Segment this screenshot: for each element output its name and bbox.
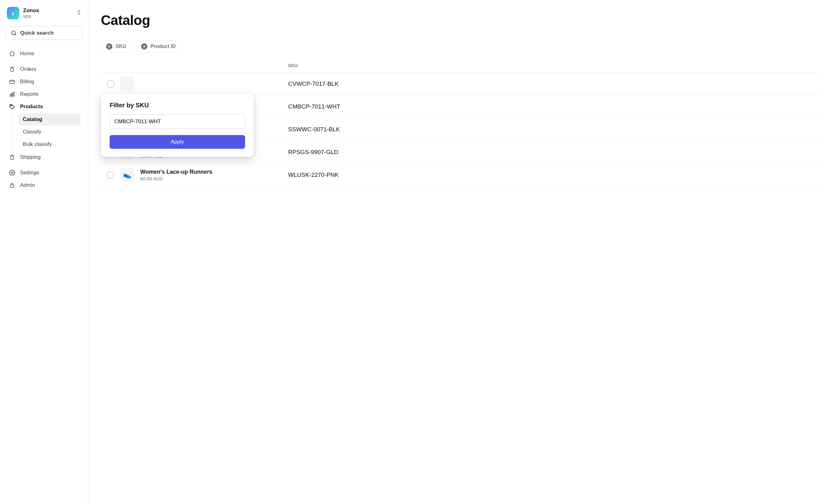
nav-shipping[interactable]: Shipping: [6, 151, 82, 163]
products-subnav: Catalog Classify Bulk classify: [12, 114, 82, 150]
quick-search[interactable]: Quick search: [6, 26, 82, 40]
plus-icon: +: [141, 44, 147, 50]
svg-rect-6: [13, 92, 14, 96]
org-name: Zonos: [23, 7, 73, 14]
table-row[interactable]: 👟 Women's Lace-up Runners 60.00 AUD WLUS…: [101, 164, 820, 187]
nav-settings-label: Settings: [20, 170, 39, 176]
lock-icon: [9, 182, 16, 189]
svg-rect-9: [10, 185, 14, 188]
page-title: Catalog: [101, 12, 820, 28]
org-logo: z: [7, 7, 19, 19]
plus-icon: +: [106, 44, 112, 50]
card-icon: [9, 78, 16, 85]
gear-icon: [9, 169, 16, 176]
product-sku: RPSGS-9907-GLD: [288, 149, 820, 156]
filter-chip-product-id[interactable]: + Product ID: [136, 40, 181, 52]
nav-products-label: Products: [20, 104, 43, 110]
nav-admin[interactable]: Admin: [6, 179, 82, 192]
filter-chip-sku-label: SKU: [115, 44, 126, 49]
org-text: Zonos 909: [23, 7, 73, 19]
apply-button[interactable]: Apply: [110, 135, 245, 149]
product-sku: CMBCP-7011-WHT: [288, 103, 820, 110]
svg-rect-2: [10, 80, 15, 84]
filter-chip-sku[interactable]: + SKU: [101, 40, 131, 52]
chevron-updown-icon: [77, 10, 81, 17]
filter-popover: Filter by SKU Apply: [101, 93, 254, 157]
bag-icon: [9, 66, 16, 73]
nav-billing[interactable]: Billing: [6, 76, 82, 88]
nav-billing-label: Billing: [20, 79, 34, 85]
nav-orders[interactable]: Orders: [6, 63, 82, 76]
product-thumb: 👟: [120, 168, 134, 182]
table-header: SKU: [101, 59, 820, 73]
svg-line-1: [15, 34, 16, 35]
svg-point-7: [10, 105, 11, 106]
table-row[interactable]: CVWCP-7017-BLK: [101, 73, 820, 95]
main: Catalog + SKU + Product ID Filter by SKU…: [88, 0, 832, 504]
product-sku: WLUSK-2270-PNK: [288, 171, 820, 178]
nav-home-label: Home: [20, 51, 34, 57]
nav-reports[interactable]: Reports: [6, 88, 82, 101]
popover-title: Filter by SKU: [110, 102, 245, 109]
product-thumb: [120, 77, 134, 91]
product-sku: SSWWC-0071-BLK: [288, 126, 820, 133]
nav-admin-label: Admin: [20, 182, 35, 188]
subnav-bulk-classify[interactable]: Bulk classify: [19, 138, 81, 150]
svg-rect-4: [10, 94, 11, 96]
home-icon: [9, 50, 16, 57]
org-id: 909: [23, 14, 73, 19]
nav-home[interactable]: Home: [6, 48, 82, 60]
search-icon: [10, 30, 17, 36]
org-switcher[interactable]: z Zonos 909: [6, 6, 82, 21]
nav: Home Orders Billing Reports Products Cat…: [6, 48, 82, 192]
nav-shipping-label: Shipping: [20, 154, 41, 160]
svg-point-0: [11, 31, 15, 35]
nav-orders-label: Orders: [20, 66, 36, 72]
box-icon: [9, 154, 16, 161]
tag-icon: [9, 103, 16, 110]
quick-search-label: Quick search: [20, 30, 54, 36]
filter-chips: + SKU + Product ID: [101, 40, 820, 52]
nav-settings[interactable]: Settings: [6, 167, 82, 179]
sku-filter-input[interactable]: [110, 114, 245, 129]
svg-rect-5: [11, 93, 12, 96]
chart-icon: [9, 91, 16, 97]
sidebar: z Zonos 909 Quick search Home Orde: [0, 0, 88, 504]
row-checkbox[interactable]: [107, 171, 114, 178]
row-checkbox[interactable]: [107, 81, 114, 87]
subnav-classify[interactable]: Classify: [19, 126, 81, 138]
product-sku: CVWCP-7017-BLK: [288, 81, 820, 87]
filter-chip-product-id-label: Product ID: [151, 44, 176, 49]
subnav-catalog[interactable]: Catalog: [19, 114, 81, 125]
nav-reports-label: Reports: [20, 91, 39, 97]
product-price: 60.00 AUD: [140, 176, 212, 181]
col-sku: SKU: [288, 63, 820, 68]
nav-products[interactable]: Products: [6, 101, 82, 113]
product-name: Women's Lace-up Runners: [140, 169, 212, 175]
svg-point-8: [11, 172, 13, 174]
